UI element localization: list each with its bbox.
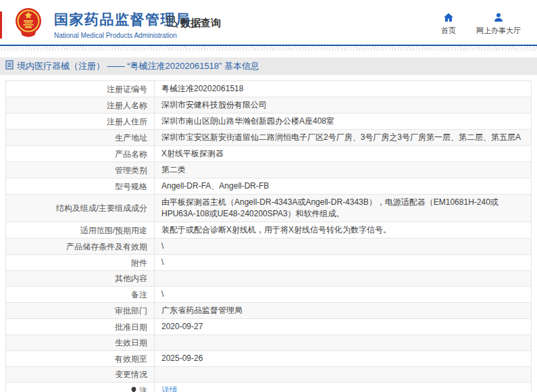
data-query-label: 数据查询 <box>180 17 221 30</box>
row-label: 管理类别 <box>115 165 147 176</box>
row-value: X射线平板探测器 <box>161 148 224 160</box>
row-label: 注 <box>139 385 147 392</box>
breadcrumb-bar: 境内医疗器械（注册） —— “粤械注准20202061518” 基本信息 <box>0 57 537 75</box>
table-row: 其他内容 <box>6 271 531 287</box>
row-value: 广东省药品监督管理局 <box>161 305 242 316</box>
nav-hall-label: 网上办事大厅 <box>476 26 521 36</box>
row-label: 适用范围/预期用途 <box>80 225 147 236</box>
nav-home[interactable]: 首页 <box>441 13 456 36</box>
row-value: 2025-09-26 <box>161 353 203 364</box>
hatch-strip <box>0 46 537 51</box>
left-red-strip <box>0 11 2 39</box>
table-row: 型号规格 Angell-DR-FA、Angell-DR-FB <box>6 178 531 195</box>
row-value: \ <box>161 241 163 252</box>
row-label: 注册人名称 <box>107 100 147 111</box>
detail-link[interactable]: 详情 <box>161 385 178 392</box>
table-row: 生效日期 <box>6 335 531 351</box>
row-value: 2020-09-27 <box>161 321 203 333</box>
row-label: 批准日期 <box>115 322 147 333</box>
table-row: 注册人住所 深圳市南山区朗山路华瀚创新园办公楼A座408室 <box>6 114 531 130</box>
page-title: 境内医疗器械（注册） —— “粤械注准20202061518” 基本信息 <box>17 60 259 72</box>
nav-data-query[interactable]: 数据查询 <box>165 16 221 30</box>
document-search-icon <box>165 16 178 30</box>
national-emblem-icon <box>15 7 42 37</box>
row-value: 深圳市安健科技股份有限公司 <box>161 99 267 111</box>
nav-home-label: 首页 <box>441 26 456 36</box>
table-row: 产品名称 X射线平板探测器 <box>6 146 531 162</box>
row-label: 备注 <box>131 289 147 300</box>
row-value: 由平板探测器主机（Angell-DR-4343A或Angell-DR-4343B… <box>161 197 523 220</box>
row-value: \ <box>161 257 163 268</box>
row-value: 深圳市宝安区新安街道留仙二路润恒电子厂区2号厂房、3号厂房之3号厂房第一层、第二… <box>161 132 521 143</box>
row-label: 有效期至 <box>115 353 147 364</box>
row-value: 装配于或配合诊断X射线机，用于将X射线信号转化为数字信号。 <box>161 224 391 236</box>
row-label: 结构及组成/主要组成成分 <box>56 203 147 214</box>
table-row: 生产地址 深圳市宝安区新安街道留仙二路润恒电子厂区2号厂房、3号厂房之3号厂房第… <box>6 130 531 146</box>
row-label: 注册证编号 <box>107 84 147 95</box>
table-row: 附件 \ <box>6 255 531 271</box>
table-row: 注册人名称 深圳市安健科技股份有限公司 <box>6 97 531 114</box>
row-label: 变更情况 <box>115 369 147 380</box>
table-row: 有效期至 2025-09-26 <box>6 351 531 367</box>
row-value: 深圳市南山区朗山路华瀚创新园办公楼A座408室 <box>161 116 334 127</box>
row-label: 生效日期 <box>115 337 147 348</box>
row-label: 注册人住所 <box>107 116 147 127</box>
row-label: 生产地址 <box>115 132 147 143</box>
table-row: 审批部门 广东省药品监督管理局 <box>6 303 531 319</box>
table-row: 产品储存条件及有效期 \ <box>6 239 531 255</box>
agency-title-en: National Medical Products Administration <box>54 32 191 39</box>
row-value: Angell-DR-FA、Angell-DR-FB <box>161 180 269 192</box>
row-value: 粤械注准20202061518 <box>161 83 243 95</box>
table-row: 批准日期 2020-09-27 <box>6 319 531 335</box>
bulb-icon <box>130 387 137 392</box>
page: 国家药品监督管理局 National Medical Products Admi… <box>0 0 537 392</box>
row-label: 附件 <box>131 258 147 268</box>
header-right-nav: 首页 网上办事大厅 <box>441 13 521 36</box>
row-label: 型号规格 <box>115 181 147 192</box>
table-row: 管理类别 第二类 <box>6 162 531 178</box>
user-icon <box>494 13 503 23</box>
table-row: 备注 \ <box>6 287 531 303</box>
row-value: \ <box>161 289 163 300</box>
document-icon <box>5 60 14 72</box>
home-icon <box>444 13 453 23</box>
table-row: 注册证编号 粤械注准20202061518 <box>6 81 531 97</box>
info-table: 注册证编号 粤械注准20202061518 注册人名称 深圳市安健科技股份有限公… <box>5 80 532 392</box>
nav-online-hall[interactable]: 网上办事大厅 <box>476 13 521 36</box>
row-label: 审批部门 <box>115 305 147 316</box>
site-header: 国家药品监督管理局 National Medical Products Admi… <box>0 0 537 45</box>
table-row: 变更情况 <box>6 367 531 383</box>
table-row: 适用范围/预期用途 装配于或配合诊断X射线机，用于将X射线信号转化为数字信号。 <box>6 222 531 239</box>
row-label: 产品储存条件及有效期 <box>66 241 147 252</box>
row-label: 其他内容 <box>115 273 147 284</box>
row-value: 第二类 <box>161 164 186 176</box>
row-label: 产品名称 <box>115 149 147 160</box>
table-row: 注 详情 <box>6 383 531 392</box>
table-row: 结构及组成/主要组成成分 由平板探测器主机（Angell-DR-4343A或An… <box>6 195 531 222</box>
